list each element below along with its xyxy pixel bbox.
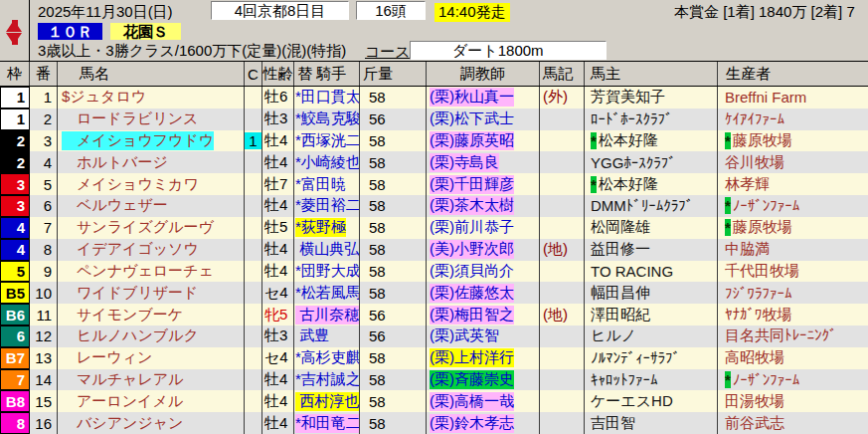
horse-row[interactable]: 23 メイショウフウドウ1牡4*西塚洸二58(栗)藤原英昭*松本好隆*藤原牧場	[0, 130, 868, 152]
jockey-cell: *和田竜二	[294, 412, 360, 434]
race-class: 3歳以上・3勝クラス/1600万下(定量)(混)(特指)	[38, 42, 346, 61]
horse-row[interactable]: 48 イデアイゴッソウ牡4 横山典弘58(美)小野次郎(地)益田修一中脇満	[0, 239, 868, 261]
c-flag-cell	[245, 217, 262, 239]
mark-cell	[540, 369, 585, 391]
sex-age-cell: 牡4	[262, 195, 294, 217]
trainer-highlight: (栗)上村洋行	[430, 348, 514, 367]
column-header-1: 枠	[0, 62, 30, 86]
frame-cell: 7	[0, 369, 30, 391]
number-cell: 9	[30, 261, 58, 283]
c-flag-cell	[245, 151, 262, 173]
prev-race-button[interactable]	[6, 3, 23, 27]
horse-name-cell: ワイドブリザード	[58, 282, 245, 304]
green-mark-icon: *	[591, 132, 597, 149]
number-cell: 4	[30, 151, 58, 173]
weight-cell: 58	[360, 195, 427, 217]
owner-cell: TO RACING	[585, 261, 718, 283]
trainer-highlight: (栗)茶木太樹	[430, 196, 514, 215]
horse-name-highlight: メイショウフウドウ	[62, 131, 214, 150]
breeder-cell: 田湯牧場	[718, 390, 868, 412]
horse-row[interactable]: 11$ジュタロウ牡6*田口貫太58(栗)秋山真一(外)芳賀美知子Breffni …	[0, 87, 868, 108]
breeder-cell: 千代田牧場	[718, 261, 868, 283]
trainer-highlight: (栗)斉藤崇史	[430, 370, 514, 389]
jockey-highlight: *荻野極	[295, 218, 346, 237]
jockey-cell: *荻野極	[294, 217, 360, 239]
trainer-highlight: (栗)高橋一哉	[430, 392, 514, 411]
horse-row[interactable]: B815 アーロンイメル牡4 西村淳也58(栗)高橋一哉ケーエスHD田湯牧場	[0, 390, 868, 412]
c-flag-cell	[245, 108, 262, 130]
horse-name-cell: ロードラビリンス	[58, 108, 245, 130]
frame-cell: 1	[0, 87, 30, 108]
breeder-cell: ｹｲｱｲﾌｧｰﾑ	[718, 108, 868, 130]
green-mark-icon: *	[725, 219, 731, 236]
sex-age-cell: 牡4	[262, 239, 294, 261]
c-flag-cell	[245, 87, 262, 108]
horse-row[interactable]: 47 サンライズグルーヴ牡5*荻野極58(栗)前川恭子松岡隆雄*藤原牧場	[0, 217, 868, 239]
frame-cell: 1	[0, 108, 30, 130]
horse-row[interactable]: B713 レーウィンセ4*高杉吏麒58(栗)上村洋行ﾉﾙﾏﾝﾃﾞｨｰｻﾗﾌﾞ高昭…	[0, 347, 868, 369]
c-flag-cell	[245, 390, 262, 412]
jockey-cell: 武豊	[294, 326, 360, 347]
next-race-button[interactable]	[6, 35, 23, 59]
horse-name-cell: サンライズグルーヴ	[58, 217, 245, 239]
mark-cell	[540, 282, 585, 304]
race-name-badge: 花園Ｓ	[110, 23, 181, 40]
breeder-cell: Breffni Farm	[718, 87, 868, 108]
sex-age-cell: 牡3	[262, 108, 294, 130]
trainer-cell: (栗)上村洋行	[427, 347, 540, 369]
frame-cell: 3	[0, 195, 30, 217]
horse-row[interactable]: 714 マルチャレアル牡4*吉村誠之58(栗)斉藤崇史ｷｬﾛｯﾄﾌｧｰﾑ*ﾉｰｻ…	[0, 369, 868, 391]
horse-row[interactable]: B611 サイモンブーケ牝5 古川奈穂56(栗)梅田智之(地)澤田昭紀ﾔﾅｶﾞﾜ…	[0, 304, 868, 326]
weight-cell: 58	[360, 239, 427, 261]
c-flag-cell	[245, 326, 262, 347]
trainer-cell: (栗)佐藤悠太	[427, 282, 540, 304]
horse-row[interactable]: 24 ホルトバージ牡4*小崎綾也58(栗)寺島良YGGﾎｰｽｸﾗﾌﾞ谷川牧場	[0, 151, 868, 173]
horse-row[interactable]: 612 ヒルノハンブルク牡3 武豊56(栗)武英智ヒルノ目名共同ﾄﾚｰﾆﾝｸﾞ	[0, 326, 868, 347]
jockey-cell: 西村淳也	[294, 390, 360, 412]
up-arrow-icon	[6, 3, 23, 30]
owner-cell: ﾛｰﾄﾞﾎｰｽｸﾗﾌﾞ	[585, 108, 718, 130]
horse-name-cell: アーロンイメル	[58, 390, 245, 412]
sex-age-cell: 牝5	[262, 304, 294, 326]
mark-cell: (地)	[540, 239, 585, 261]
race-nav-panel	[0, 0, 30, 61]
number-cell: 2	[30, 108, 58, 130]
breeder-cell: 目名共同ﾄﾚｰﾆﾝｸﾞ	[718, 326, 868, 347]
owner-cell: YGGﾎｰｽｸﾗﾌﾞ	[585, 151, 718, 173]
horse-row[interactable]: 816 バシアンジャン牡4*和田竜二58(栗)鈴木孝志吉田智前谷武志	[0, 412, 868, 434]
mark-cell	[540, 195, 585, 217]
horse-row[interactable]: 36 ベルウェザー牡4*菱田裕二58(栗)茶木太樹DMMﾄﾞﾘｰﾑｸﾗﾌﾞ*ﾉｰ…	[0, 195, 868, 217]
c-flag-cell	[245, 195, 262, 217]
trainer-cell: (栗)須貝尚介	[427, 261, 540, 283]
column-header-6: 替 騎手	[294, 62, 360, 86]
c-flag-cell	[245, 369, 262, 391]
jockey-cell: *田口貫太	[294, 87, 360, 108]
jockey-cell: *鮫島克駿	[294, 108, 360, 130]
trainer-highlight: (栗)千田輝彦	[430, 175, 514, 194]
sex-age-cell: 牡7	[262, 173, 294, 195]
breeder-cell: 前谷武志	[718, 412, 868, 434]
trainer-cell: (栗)梅田智之	[427, 304, 540, 326]
trainer-cell: (栗)千田輝彦	[427, 173, 540, 195]
race-number-badge: １０Ｒ	[38, 23, 102, 40]
weight-cell: 58	[360, 151, 427, 173]
frame-cell: 4	[0, 239, 30, 261]
horse-row[interactable]: B510 ワイドブリザードセ4*松若風馬58(栗)佐藤悠太幅田昌伸ﾌｼﾞﾜﾗﾌｧ…	[0, 282, 868, 304]
prize-money: 本賞金 [1着] 1840万 [2着] 7	[674, 3, 855, 22]
mark-cell	[540, 217, 585, 239]
horse-name-cell: $ジュタロウ	[58, 87, 245, 108]
trainer-cell: (美)小野次郎	[427, 239, 540, 261]
horse-row[interactable]: 12 ロードラビリンス牡3*鮫島克駿56(栗)松下武士ﾛｰﾄﾞﾎｰｽｸﾗﾌﾞｹｲ…	[0, 108, 868, 130]
column-header-4: C	[245, 62, 262, 86]
horse-row[interactable]: 59 ペンナヴェローチェ牡4*団野大成58(栗)須貝尚介TO RACING千代田…	[0, 261, 868, 283]
horse-row[interactable]: 35 メイショウミカワ牡7*富田暁58(栗)千田輝彦*松本好隆林孝輝	[0, 173, 868, 195]
owner-cell: ｷｬﾛｯﾄﾌｧｰﾑ	[585, 369, 718, 391]
breeder-cell: ﾔﾅｶﾞﾜ牧場	[718, 304, 868, 326]
trainer-cell: (栗)高橋一哉	[427, 390, 540, 412]
column-header-8: 調教師	[427, 62, 540, 86]
c-flag-cell	[245, 282, 262, 304]
number-cell: 7	[30, 217, 58, 239]
mark-cell	[540, 412, 585, 434]
jockey-cell: *菱田裕二	[294, 195, 360, 217]
column-header-10: 馬主	[585, 62, 718, 86]
